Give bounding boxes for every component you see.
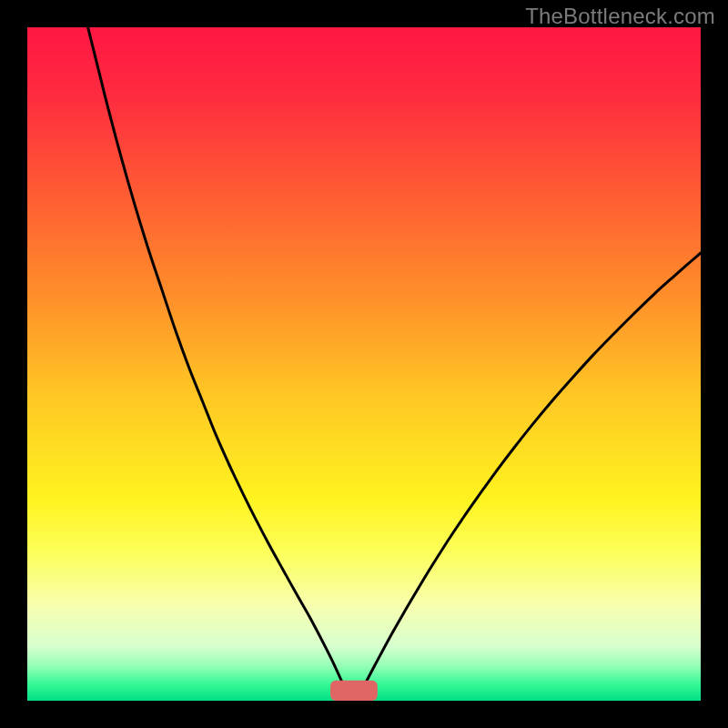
gradient-background (27, 27, 701, 701)
chart-svg (27, 27, 701, 701)
plot-area (27, 27, 701, 701)
chart-frame: TheBottleneck.com (0, 0, 728, 728)
watermark-text: TheBottleneck.com (525, 4, 715, 29)
optimum-marker (330, 681, 378, 701)
